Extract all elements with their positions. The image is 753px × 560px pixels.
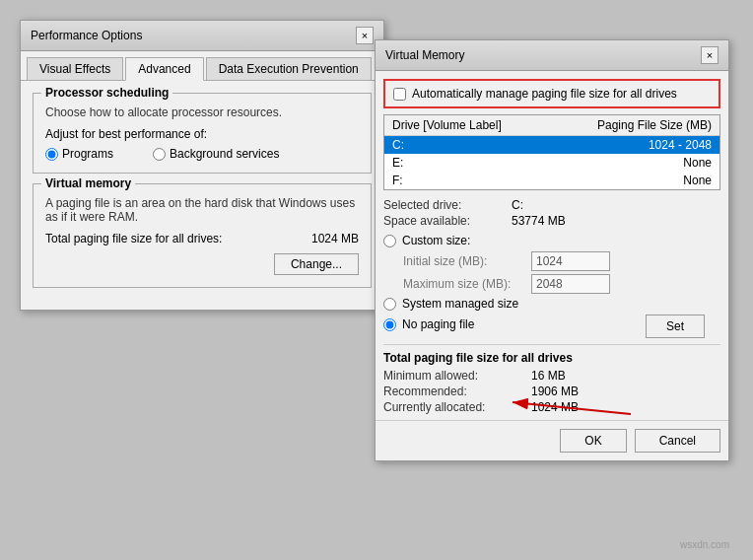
adjust-label: Adjust for best performance of: xyxy=(45,127,359,141)
vm-desc: A paging file is an area on the hard dis… xyxy=(45,196,359,224)
set-button[interactable]: Set xyxy=(646,315,705,338)
drive-col-header: Drive [Volume Label] xyxy=(392,118,597,132)
space-available-label: Space available: xyxy=(383,214,512,228)
cancel-button[interactable]: Cancel xyxy=(635,429,720,453)
vm-total-row: Total paging file size for all drives: 1… xyxy=(45,232,359,245)
virtual-memory-window: Virtual Memory × Automatically manage pa… xyxy=(375,39,729,461)
drive-row-e[interactable]: E: None xyxy=(384,154,719,172)
drive-c-label: C: xyxy=(392,138,649,152)
custom-size-label: Custom size: xyxy=(402,234,470,247)
drive-f-label: F: xyxy=(392,174,683,187)
auto-manage-row: Automatically manage paging file size fo… xyxy=(383,79,720,108)
no-paging-option[interactable]: No paging file xyxy=(383,317,474,331)
drive-table: Drive [Volume Label] Paging File Size (M… xyxy=(383,114,720,190)
min-allowed-row: Minimum allowed: 16 MB xyxy=(383,369,720,383)
ok-button[interactable]: OK xyxy=(560,429,626,453)
system-managed-option[interactable]: System managed size xyxy=(383,297,720,311)
recommended-row: Recommended: 1906 MB xyxy=(383,385,720,398)
custom-size-option[interactable]: Custom size: xyxy=(383,234,720,247)
vm-title-bar: Virtual Memory × xyxy=(376,40,728,71)
perf-content: Processor scheduling Choose how to alloc… xyxy=(21,81,383,310)
selected-drive-value: C: xyxy=(512,198,523,212)
space-available-row: Space available: 53774 MB xyxy=(383,214,720,228)
recommended-value: 1906 MB xyxy=(531,385,579,398)
auto-manage-checkbox[interactable] xyxy=(393,88,406,101)
auto-manage-label: Automatically manage paging file size fo… xyxy=(412,87,677,101)
selected-drive-row: Selected drive: C: xyxy=(383,198,720,212)
max-size-input[interactable] xyxy=(531,274,610,294)
max-size-row: Maximum size (MB): xyxy=(403,274,713,294)
min-allowed-label: Minimum allowed: xyxy=(383,369,531,383)
background-label: Background services xyxy=(170,147,279,161)
background-radio[interactable] xyxy=(153,148,166,161)
programs-radio[interactable] xyxy=(45,148,58,161)
total-section-title: Total paging file size for all drives xyxy=(383,351,720,365)
virtual-memory-section: Virtual memory A paging file is an area … xyxy=(33,183,372,288)
performance-options-window: Performance Options × Visual Effects Adv… xyxy=(20,20,384,311)
processor-desc: Choose how to allocate processor resourc… xyxy=(45,105,359,119)
processor-section: Processor scheduling Choose how to alloc… xyxy=(33,93,372,174)
drive-table-header: Drive [Volume Label] Paging File Size (M… xyxy=(384,115,719,136)
drive-e-label: E: xyxy=(392,156,683,170)
tab-dep[interactable]: Data Execution Prevention xyxy=(206,57,372,80)
space-available-value: 53774 MB xyxy=(512,214,566,228)
change-button[interactable]: Change... xyxy=(274,253,359,275)
total-section: Total paging file size for all drives Mi… xyxy=(383,344,720,414)
no-paging-label: No paging file xyxy=(402,317,474,331)
initial-size-input[interactable] xyxy=(531,251,610,271)
drive-row-c[interactable]: C: 1024 - 2048 xyxy=(384,136,719,154)
recommended-label: Recommended: xyxy=(383,385,531,398)
vm-title-text: Virtual Memory xyxy=(385,48,464,62)
custom-size-radio[interactable] xyxy=(383,235,396,247)
tab-advanced[interactable]: Advanced xyxy=(125,57,203,81)
vm-close-button[interactable]: × xyxy=(701,46,719,64)
tab-visual-effects[interactable]: Visual Effects xyxy=(27,57,123,80)
initial-size-row: Initial size (MB): xyxy=(403,251,713,271)
vm-section-label: Virtual memory xyxy=(41,176,135,190)
drive-f-size: None xyxy=(683,174,712,187)
processor-section-label: Processor scheduling xyxy=(41,86,172,100)
vm-total-label: Total paging file size for all drives: xyxy=(45,232,222,245)
paging-options-group: Custom size: Initial size (MB): Maximum … xyxy=(383,234,720,338)
system-managed-label: System managed size xyxy=(402,297,518,311)
perf-title-bar: Performance Options × xyxy=(21,21,383,51)
watermark: wsxdn.com xyxy=(680,539,729,550)
initial-size-label: Initial size (MB): xyxy=(403,254,531,268)
drive-c-size: 1024 - 2048 xyxy=(649,138,712,152)
drive-row-f[interactable]: F: None xyxy=(384,172,719,189)
size-col-header: Paging File Size (MB) xyxy=(597,118,712,132)
system-managed-radio[interactable] xyxy=(383,298,396,311)
currently-allocated-row: Currently allocated: 1024 MB xyxy=(383,400,720,414)
programs-label: Programs xyxy=(62,147,113,161)
selected-drive-label: Selected drive: xyxy=(383,198,512,212)
no-paging-radio[interactable] xyxy=(383,318,396,331)
programs-option[interactable]: Programs xyxy=(45,147,113,161)
min-allowed-value: 16 MB xyxy=(531,369,566,383)
background-option[interactable]: Background services xyxy=(153,147,279,161)
ok-cancel-row: OK Cancel xyxy=(376,420,728,460)
currently-allocated-value: 1024 MB xyxy=(531,400,579,414)
perf-title-text: Performance Options xyxy=(31,29,142,42)
selected-drive-info: Selected drive: C: Space available: 5377… xyxy=(383,198,720,228)
max-size-label: Maximum size (MB): xyxy=(403,277,531,291)
processor-radio-group: Programs Background services xyxy=(45,147,359,161)
vm-total-value: 1024 MB xyxy=(311,232,359,245)
currently-allocated-label: Currently allocated: xyxy=(383,400,531,414)
perf-close-button[interactable]: × xyxy=(356,27,374,44)
perf-tab-bar: Visual Effects Advanced Data Execution P… xyxy=(21,51,383,81)
drive-e-size: None xyxy=(683,156,712,170)
